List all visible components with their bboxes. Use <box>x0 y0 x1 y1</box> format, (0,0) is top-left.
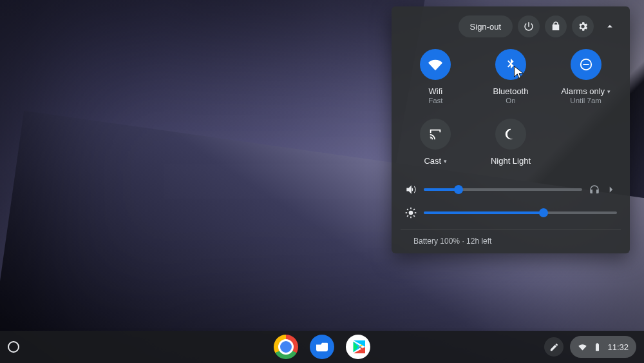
chevron-down-icon: ▾ <box>607 88 611 95</box>
stylus-icon <box>549 342 559 352</box>
chevron-up-icon <box>604 21 616 32</box>
brightness-track[interactable] <box>424 211 617 214</box>
system-tray[interactable]: 11:32 <box>570 336 636 358</box>
app-chrome[interactable] <box>274 335 298 359</box>
feature-tiles: Wifi Fast Bluetooth On Alarms only ▾ Unt… <box>401 49 621 166</box>
tile-night-light[interactable]: Night Light <box>476 119 546 166</box>
battery-status: Battery 100% · 12h left <box>401 234 621 247</box>
tile-wifi[interactable]: Wifi Fast <box>401 49 471 104</box>
gear-icon <box>577 21 589 32</box>
svg-rect-1 <box>583 64 589 65</box>
svg-line-10 <box>413 209 415 210</box>
volume-track[interactable] <box>424 188 582 191</box>
svg-point-2 <box>409 211 413 215</box>
tile-dnd-sub: Until 7am <box>551 97 621 104</box>
volume-icon <box>404 183 417 196</box>
tile-nightlight-title: Night Light <box>491 156 531 166</box>
app-files[interactable] <box>310 335 334 359</box>
headphones-icon[interactable] <box>589 184 600 195</box>
bluetooth-icon <box>504 57 518 72</box>
sign-out-button[interactable]: Sign-out <box>459 15 513 37</box>
svg-line-8 <box>413 215 415 217</box>
wifi-icon <box>578 342 587 352</box>
brightness-icon <box>404 206 417 219</box>
launcher-button[interactable] <box>8 341 19 353</box>
svg-line-7 <box>407 209 408 210</box>
clock: 11:32 <box>607 342 629 352</box>
tile-cast-title: Cast <box>424 156 441 166</box>
tile-cast[interactable]: Cast ▾ <box>401 119 471 166</box>
power-icon <box>523 21 535 32</box>
collapse-button[interactable] <box>599 15 621 37</box>
tile-bluetooth[interactable]: Bluetooth On <box>476 49 546 104</box>
tile-bluetooth-title: Bluetooth <box>493 86 529 96</box>
stylus-tools-button[interactable] <box>544 337 564 357</box>
pinned-apps <box>274 335 370 359</box>
brightness-slider[interactable] <box>401 201 621 224</box>
cast-icon <box>428 127 442 141</box>
volume-slider[interactable] <box>401 178 621 201</box>
quick-settings-panel: Sign-out Wifi Fast Bluetoot <box>392 6 630 253</box>
tile-wifi-sub: Fast <box>401 97 471 104</box>
chevron-down-icon: ▾ <box>444 158 447 164</box>
panel-header: Sign-out <box>401 15 621 37</box>
tile-dnd[interactable]: Alarms only ▾ Until 7am <box>551 49 621 104</box>
battery-full-icon <box>592 342 602 352</box>
tile-bluetooth-sub: On <box>476 97 546 104</box>
alarms-only-icon <box>579 57 593 72</box>
divider <box>401 230 621 230</box>
wifi-icon <box>428 57 442 72</box>
chevron-right-icon[interactable] <box>605 184 617 195</box>
power-button[interactable] <box>518 15 540 37</box>
lock-button[interactable] <box>545 15 567 37</box>
app-play-store[interactable] <box>346 335 370 359</box>
tile-dnd-title: Alarms only <box>561 86 605 96</box>
tile-wifi-title: Wifi <box>428 86 442 96</box>
settings-button[interactable] <box>572 15 594 37</box>
shelf: 11:32 <box>0 331 644 363</box>
lock-icon <box>550 21 562 32</box>
night-light-icon <box>504 127 518 141</box>
svg-line-9 <box>407 215 408 217</box>
play-store-icon <box>351 340 365 354</box>
